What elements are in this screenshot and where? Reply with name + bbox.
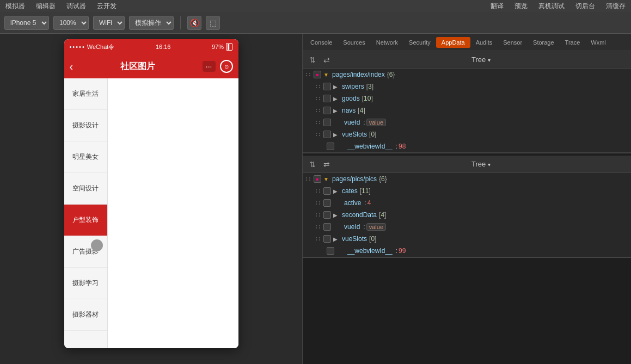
menu-cloud[interactable]: 云开发 (97, 2, 117, 11)
expand-arrow[interactable]: ▶ (333, 212, 340, 218)
tab-sources[interactable]: Sources (338, 37, 370, 48)
volume-button[interactable]: 🔇 (187, 16, 201, 30)
menu-clear-cache[interactable]: 清缓存 (606, 2, 626, 11)
tab-storage[interactable]: Storage (528, 37, 560, 48)
tree-panel-1: ⇅ ⇄ Tree ▾ ■ ▼ (303, 51, 631, 153)
sidebar-item-3[interactable]: 空间设计 (64, 173, 107, 205)
checkbox-icon[interactable] (323, 199, 331, 207)
tree-node-vueid-1[interactable]: vueId : value (303, 116, 631, 128)
expand-arrow[interactable]: ▶ (333, 188, 340, 194)
sidebar-item-4[interactable]: 户型装饰 (64, 205, 107, 236)
drag-handle (306, 73, 311, 76)
checkbox-icon[interactable] (323, 95, 331, 102)
tree-node-goods[interactable]: ▶ goods [ 10 ] (303, 92, 631, 104)
checkbox-icon[interactable] (327, 247, 334, 255)
menu-preview[interactable]: 预览 (514, 2, 528, 11)
tree-node-webviewid-1[interactable]: __webviewId__ : 98 (303, 140, 631, 152)
expand-arrow[interactable]: ▼ (323, 176, 330, 182)
record-button[interactable]: ⊙ (220, 60, 233, 73)
checkbox-icon[interactable] (323, 211, 331, 219)
tree-node-swipers[interactable]: ▶ swipers [ 3 ] (303, 81, 631, 92)
node-key: __webviewId__ (347, 247, 393, 255)
node-count: 3 (368, 83, 372, 90)
sidebar-item-1[interactable]: 摄影设计 (64, 110, 107, 141)
back-button[interactable]: ‹ (70, 60, 73, 73)
sidebar-item-2[interactable]: 明星美女 (64, 141, 107, 173)
sidebar-item-0[interactable]: 家居生活 (64, 78, 107, 110)
network-select[interactable]: WiFi (93, 16, 125, 30)
tree-dropdown-2[interactable]: ▾ (488, 162, 491, 168)
checkbox-icon[interactable] (323, 131, 331, 138)
expand-arrow[interactable]: ▶ (333, 84, 340, 90)
menu-editor[interactable]: 编辑器 (36, 2, 56, 11)
expand-arrow[interactable]: ▶ (333, 108, 340, 114)
signal-dots: ••••• (70, 44, 85, 50)
checkbox-icon[interactable]: ■ (314, 175, 321, 183)
tree-node-seconddata[interactable]: ▶ secondData [ 4 ] (303, 209, 631, 221)
tree-btn-up[interactable]: ⇅ (307, 54, 318, 65)
tab-sensor[interactable]: Sensor (498, 37, 528, 48)
node-count: 11 (362, 187, 369, 195)
sidebar-item-7[interactable]: 摄影器材 (64, 299, 107, 331)
menu-simulator[interactable]: 模拟器 (5, 2, 25, 11)
expand-arrow[interactable]: ▶ (333, 96, 340, 102)
tree-node-vueslots-1[interactable]: ▶ vueSlots [ 0 ] (303, 128, 631, 140)
expand-arrow[interactable]: ▶ (333, 236, 340, 242)
node-bracket-close: ] (371, 95, 372, 102)
node-bracket-close: } (385, 175, 387, 183)
checkbox-icon[interactable]: ■ (314, 71, 321, 78)
tree-node-webviewid-2[interactable]: __webviewId__ : 99 (303, 245, 631, 257)
device-selector-group: iPhone 5 (4, 16, 49, 30)
node-value: 99 (399, 247, 406, 255)
top-menubar: 模拟器 编辑器 调试器 云开发 翻译 预览 真机调试 切后台 清缓存 (0, 0, 631, 12)
node-value: 98 (399, 143, 406, 150)
node-key: navs (342, 107, 356, 114)
menu-real-device[interactable]: 真机调试 (538, 2, 565, 11)
tree-btn-up-2[interactable]: ⇅ (307, 159, 318, 170)
tree-node-navs[interactable]: ▶ navs [ 4 ] (303, 104, 631, 116)
expand-arrow[interactable]: ▼ (323, 72, 330, 78)
tab-trace[interactable]: Trace (560, 37, 586, 48)
checkbox-icon[interactable] (323, 187, 331, 195)
battery-percent: 97% (212, 44, 224, 50)
checkbox-icon[interactable] (323, 235, 331, 243)
tab-appdata[interactable]: AppData (436, 37, 470, 48)
node-key: vueSlots (342, 131, 367, 138)
operation-select[interactable]: 模拟操作 (129, 16, 174, 30)
devtools-tabbar: Console Sources Network Security AppData… (303, 34, 631, 51)
tab-network[interactable]: Network (371, 37, 403, 48)
tab-audits[interactable]: Audits (470, 37, 498, 48)
toolbar-divider (180, 16, 181, 29)
sidebar-item-6[interactable]: 摄影学习 (64, 268, 107, 299)
tree-node-vueid-2[interactable]: vueId : value (303, 221, 631, 233)
tree-btn-sort-2[interactable]: ⇄ (321, 159, 332, 170)
tree-root-node-1[interactable]: ■ ▼ pages/index/index { 6 } (303, 69, 631, 81)
menu-background[interactable]: 切后台 (575, 2, 595, 11)
menu-translate[interactable]: 翻译 (491, 2, 504, 11)
more-button[interactable]: ··· (203, 61, 216, 72)
tree-node-vueslots-2[interactable]: ▶ vueSlots [ 0 ] (303, 233, 631, 245)
tree-node-active[interactable]: active : 4 (303, 197, 631, 209)
checkbox-icon[interactable] (323, 223, 331, 231)
tab-security[interactable]: Security (403, 37, 436, 48)
menu-debugger[interactable]: 调试器 (66, 2, 86, 11)
tab-wxml[interactable]: Wxml (585, 37, 611, 48)
tab-console[interactable]: Console (305, 37, 338, 48)
tree-dropdown-1[interactable]: ▾ (488, 57, 491, 63)
tree-title-1: Tree ▾ (335, 55, 627, 64)
checkbox-icon[interactable] (327, 143, 334, 150)
checkbox-icon[interactable] (323, 119, 331, 126)
node-bracket-close: ] (369, 187, 370, 195)
tree-root-node-2[interactable]: ■ ▼ pages/pics/pics { 6 } (303, 173, 631, 185)
tree-btn-sort[interactable]: ⇄ (321, 54, 332, 65)
checkbox-icon[interactable] (323, 107, 331, 114)
sidebar-item-5[interactable]: 广告摄影 (64, 236, 107, 268)
zoom-select[interactable]: 100% (53, 16, 89, 30)
node-count: 10 (364, 95, 371, 102)
expand-arrow[interactable]: ▶ (333, 132, 340, 138)
tree-node-cates[interactable]: ▶ cates [ 11 ] (303, 185, 631, 197)
device-select[interactable]: iPhone 5 (4, 16, 49, 30)
drag-handle (316, 133, 321, 136)
checkbox-icon[interactable] (323, 83, 331, 90)
screen-button[interactable]: ⬚ (206, 16, 220, 30)
